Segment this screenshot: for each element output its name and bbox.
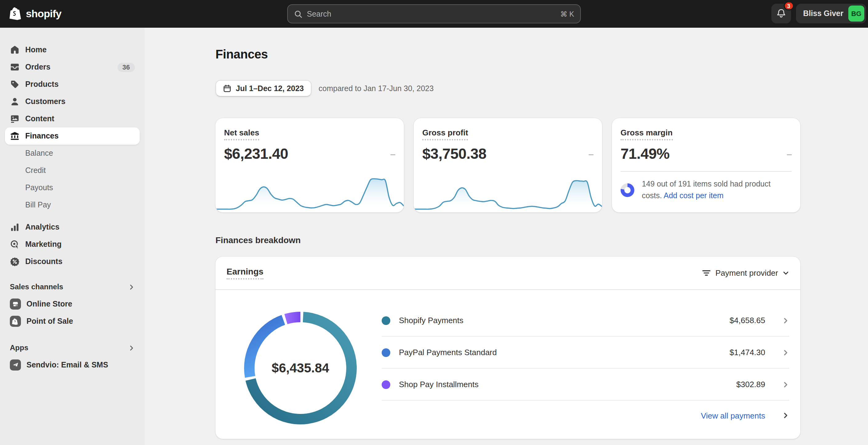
chevron-right-icon: [782, 349, 789, 356]
chevron-right-icon: [782, 412, 789, 419]
metric-value: $3,750.38: [422, 145, 486, 162]
product-costs-mini-donut: [621, 181, 634, 200]
sidebar-item-online-store[interactable]: Online Store: [5, 295, 140, 313]
date-range-button[interactable]: Jul 1–Dec 12, 2023: [215, 80, 311, 97]
online-store-icon: [10, 298, 21, 310]
payment-row-shop-pay-installments[interactable]: Shop Pay Installments $302.89: [382, 369, 789, 401]
metric-label: Net sales: [224, 128, 259, 140]
net-sales-card[interactable]: Net sales $6,231.40 –: [215, 118, 404, 212]
series-color-dot: [382, 348, 390, 357]
shopify-admin: shopify ⌘ K 3 Bliss: [0, 0, 868, 445]
sidebar-item-sendvio[interactable]: Sendvio: Email & SMS: [5, 356, 140, 374]
sidebar-section-sales-channels[interactable]: Sales channels: [5, 278, 140, 295]
sendvio-app-icon: [10, 359, 21, 371]
sidebar-item-label: Finances: [25, 132, 59, 140]
gross-profit-sparkline: [414, 177, 602, 211]
chevron-right-icon: [782, 317, 789, 324]
sidebar-item-analytics[interactable]: Analytics: [5, 219, 140, 236]
compare-period-text: compared to Jan 17-Jun 30, 2023: [318, 84, 434, 93]
sidebar-item-label: Content: [25, 115, 54, 123]
finances-breakdown-header: Finances breakdown: [215, 235, 800, 245]
notification-count-badge: 3: [783, 1, 794, 10]
sidebar-item-label: Orders: [25, 63, 51, 71]
tag-icon: [10, 80, 20, 89]
payment-provider-filter[interactable]: Payment provider: [702, 268, 789, 278]
sidebar-item-label: Discounts: [25, 257, 62, 266]
chevron-right-icon: [128, 344, 135, 351]
sidebar-item-discounts[interactable]: Discounts: [5, 253, 140, 270]
earnings-title: Earnings: [226, 266, 264, 280]
sidebar-item-balance[interactable]: Balance: [5, 145, 140, 162]
sidebar-item-credit[interactable]: Credit: [5, 162, 140, 179]
section-header-label: Apps: [10, 344, 28, 352]
net-sales-sparkline: [215, 177, 404, 211]
user-menu-button[interactable]: Bliss Giver BG: [796, 4, 866, 23]
discount-badge-icon: [10, 257, 20, 266]
gross-margin-card[interactable]: Gross margin 71.49% – 149 out of 191 ite…: [612, 118, 800, 212]
shopify-wordmark: shopify: [26, 8, 61, 20]
sidebar-item-finances[interactable]: Finances: [5, 127, 140, 145]
sidebar-item-label: Home: [25, 45, 46, 54]
payment-amount: $4,658.65: [730, 316, 765, 325]
image-icon: [10, 114, 20, 124]
payment-provider-name: PayPal Payments Standard: [399, 348, 497, 357]
bar-chart-icon: [10, 222, 20, 232]
sidebar-item-marketing[interactable]: Marketing: [5, 236, 140, 253]
filter-label: Payment provider: [715, 268, 778, 278]
payment-row-shopify-payments[interactable]: Shopify Payments $4,658.65: [382, 305, 789, 337]
top-bar: shopify ⌘ K 3 Bliss: [0, 0, 868, 28]
sidebar-subitem-label: Credit: [25, 166, 46, 175]
sidebar-item-orders[interactable]: Orders 36: [5, 59, 140, 76]
notifications-button[interactable]: 3: [771, 4, 791, 23]
add-cost-per-item-link[interactable]: Add cost per item: [663, 192, 724, 200]
sidebar-item-products[interactable]: Products: [5, 76, 140, 93]
sidebar-item-customers[interactable]: Customers: [5, 93, 140, 110]
sidebar-subitem-label: Payouts: [25, 183, 53, 192]
sidebar-section-apps[interactable]: Apps: [5, 339, 140, 356]
sidebar-item-payouts[interactable]: Payouts: [5, 179, 140, 196]
home-icon: [10, 45, 20, 55]
sidebar-item-label: Analytics: [25, 223, 59, 231]
search-input[interactable]: [307, 9, 556, 18]
orders-icon: [10, 62, 20, 72]
series-color-dot: [382, 380, 390, 389]
metric-value: $6,231.40: [224, 145, 288, 162]
metric-delta: –: [787, 149, 792, 159]
earnings-card: Earnings Payment provider: [215, 257, 800, 439]
person-icon: [10, 97, 20, 106]
sidebar-item-content[interactable]: Content: [5, 110, 140, 127]
gross-profit-card[interactable]: Gross profit $3,750.38 –: [414, 118, 602, 212]
payment-amount: $302.89: [736, 380, 765, 389]
payment-provider-name: Shop Pay Installments: [399, 380, 478, 389]
sidebar-subitem-label: Balance: [25, 149, 53, 158]
main-content: Finances Jul 1–Dec 12, 2023 compared to …: [145, 28, 868, 445]
target-cursor-icon: [10, 240, 20, 249]
metric-label: Gross margin: [621, 128, 673, 140]
sidebar-item-bill-pay[interactable]: Bill Pay: [5, 196, 140, 214]
chevron-right-icon: [128, 283, 135, 290]
bank-icon: [10, 131, 20, 141]
calendar-icon: [223, 84, 231, 93]
product-costs-note: 149 out of 191 items sold had product co…: [642, 179, 792, 202]
view-all-payments-row: View all payments: [382, 401, 789, 430]
sidebar-item-point-of-sale[interactable]: Point of Sale: [5, 313, 140, 330]
shopify-bag-icon: [8, 6, 23, 22]
payment-row-paypal[interactable]: PayPal Payments Standard $1,474.30: [382, 337, 789, 369]
metric-value: 71.49%: [621, 145, 670, 162]
sidebar-item-label: Marketing: [25, 240, 62, 249]
global-search[interactable]: ⌘ K: [287, 4, 581, 23]
chevron-right-icon: [782, 381, 789, 388]
metric-label: Gross profit: [422, 128, 468, 140]
search-icon: [294, 9, 303, 18]
shopify-logo[interactable]: shopify: [8, 6, 61, 22]
view-all-payments-link[interactable]: View all payments: [701, 411, 765, 420]
date-range-label: Jul 1–Dec 12, 2023: [236, 84, 304, 93]
point-of-sale-icon: [10, 316, 21, 327]
metric-cards: Net sales $6,231.40 – Gross pr: [215, 118, 800, 212]
sidebar-item-label: Products: [25, 80, 59, 89]
orders-count-badge: 36: [118, 62, 135, 72]
payment-amount: $1,474.30: [730, 348, 765, 357]
filter-icon: [702, 268, 711, 278]
sidebar-item-label: Online Store: [27, 300, 72, 308]
sidebar-item-home[interactable]: Home: [5, 41, 140, 59]
